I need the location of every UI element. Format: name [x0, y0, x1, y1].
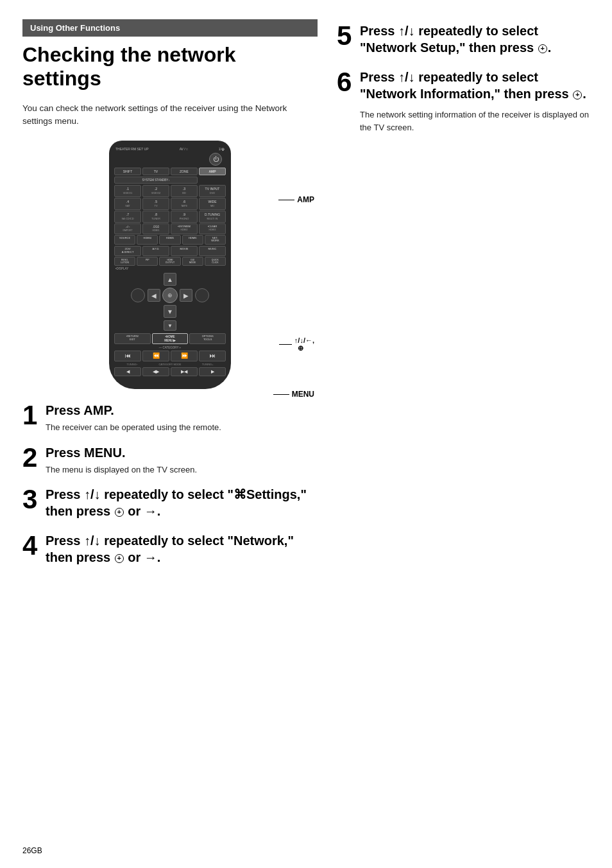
step-5: 5 Press ↑/↓ repeatedly to select "Networ… [337, 22, 590, 58]
step-3-num: 3 [22, 486, 43, 513]
page-title: Checking the network settings [22, 43, 318, 91]
step-5-num: 5 [337, 22, 357, 49]
step-1: 1 Press AMP. The receiver can be operate… [22, 402, 318, 434]
page-footer: 26GB [22, 846, 42, 855]
step-2-title: Press MENU. [46, 444, 318, 461]
remote-image: THEATER RM SET UP AV /☆ 1/⏻ ⏻ SHIFT TV Z… [109, 141, 231, 389]
step-3: 3 Press ↑/↓ repeatedly to select "⌘Setti… [22, 486, 318, 522]
right-column: 5 Press ↑/↓ repeatedly to select "Networ… [330, 19, 590, 849]
callout-menu: MENU [273, 390, 314, 399]
step-3-title: Press ↑/↓ repeatedly to select "⌘Setting… [46, 486, 318, 519]
intro-text: You can check the network settings of th… [22, 102, 318, 128]
step-6: 6 Press ↑/↓ repeatedly to select "Networ… [337, 69, 590, 134]
page: Using Other Functions Checking the netwo… [0, 0, 612, 868]
step-4-title: Press ↑/↓ repeatedly to select "Network,… [46, 532, 318, 566]
step-6-num: 6 [337, 69, 357, 96]
step-5-title: Press ↑/↓ repeatedly to select "Network … [360, 22, 590, 56]
callout-amp: AMP [278, 195, 314, 204]
step-4: 4 Press ↑/↓ repeatedly to select "Networ… [22, 532, 318, 568]
left-column: Using Other Functions Checking the netwo… [22, 19, 330, 849]
page-number: 26GB [22, 846, 42, 855]
steps-right: 5 Press ↑/↓ repeatedly to select "Networ… [337, 22, 590, 134]
step-2-desc: The menu is displayed on the TV screen. [46, 464, 318, 476]
step-2: 2 Press MENU. The menu is displayed on t… [22, 444, 318, 476]
step-4-num: 4 [22, 532, 43, 559]
step-6-desc: The network setting information of the r… [360, 108, 590, 134]
step-2-num: 2 [22, 444, 43, 471]
step-1-num: 1 [22, 402, 43, 429]
callout-arrows: ↑/↓/←,⊕ [279, 336, 314, 352]
step-1-desc: The receiver can be operated using the r… [46, 421, 318, 434]
step-1-title: Press AMP. [46, 402, 318, 419]
step-6-title: Press ↑/↓ repeatedly to select "Network … [360, 69, 590, 102]
section-header: Using Other Functions [22, 19, 318, 37]
steps-left: 1 Press AMP. The receiver can be operate… [22, 402, 318, 568]
